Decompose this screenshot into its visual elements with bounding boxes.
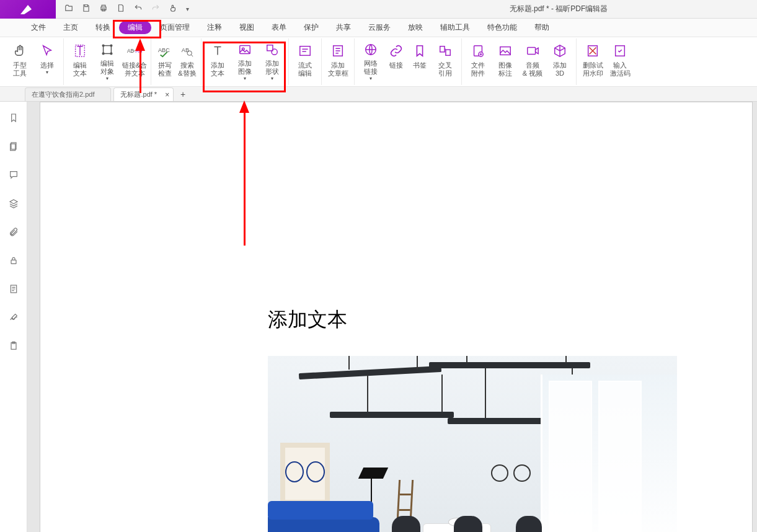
new-page-icon[interactable] — [117, 4, 125, 14]
tab-doc-2[interactable]: 无标题.pdf * × — [113, 87, 174, 101]
svg-text:AB: AB — [182, 47, 189, 53]
tool-search[interactable]: AB 搜索 &替换 — [176, 40, 198, 84]
tool-av[interactable]: 音频 & 视频 — [519, 40, 546, 84]
ribbon: 手型 工具 选择 ▾ 编辑 文本 编辑 对象 ▾ ABAB — [0, 37, 757, 87]
tool-flow-edit[interactable]: 流式 编辑 — [291, 40, 319, 84]
tool-watermark-label: 删除试 用水印 — [583, 61, 603, 78]
menu-page-mgmt[interactable]: 页面管理 — [151, 20, 198, 35]
menu-share[interactable]: 共享 — [327, 20, 360, 35]
tool-select-label: 选择 — [40, 61, 54, 69]
svg-rect-21 — [446, 50, 450, 55]
menu-form[interactable]: 表单 — [263, 20, 295, 35]
layers-panel-icon[interactable] — [9, 198, 19, 211]
edit-text-icon — [72, 43, 88, 59]
document-heading: 添加文本 — [268, 306, 347, 334]
qat-more-icon[interactable]: ▾ — [186, 6, 189, 12]
open-icon[interactable] — [64, 4, 73, 14]
select-icon — [39, 43, 55, 59]
svg-rect-17 — [300, 46, 311, 55]
add-shape-icon — [264, 43, 280, 57]
window-title: 无标题.pdf * - 福昕PDF编辑器 — [435, 4, 683, 14]
main-area: ▸ 添加文本 — [0, 102, 757, 532]
dropdown-icon: ▾ — [106, 76, 108, 81]
tool-flow-edit-label: 流式 编辑 — [298, 61, 312, 78]
fields-panel-icon[interactable] — [9, 284, 19, 296]
svg-rect-24 — [500, 47, 511, 55]
tool-activate[interactable]: 输入 激活码 — [606, 40, 634, 84]
tool-img-anno[interactable]: 图像 标注 — [492, 40, 519, 84]
edit-obj-icon — [99, 43, 115, 57]
menu-home[interactable]: 主页 — [55, 20, 87, 35]
menu-broadcast[interactable]: 放映 — [399, 20, 432, 35]
menu-view[interactable]: 视图 — [231, 20, 263, 35]
menu-help[interactable]: 帮助 — [526, 20, 558, 35]
svg-rect-25 — [528, 47, 536, 54]
dropdown-icon: ▾ — [271, 76, 273, 81]
signature-panel-icon[interactable] — [9, 313, 19, 325]
tool-add-shape[interactable]: 添加 形状 ▾ — [259, 40, 286, 84]
tool-crossref[interactable]: 交叉 引用 — [432, 40, 459, 84]
menu-feature[interactable]: 特色功能 — [479, 20, 526, 35]
clipboard-panel-icon[interactable] — [9, 341, 19, 353]
dropdown-icon: ▾ — [46, 69, 48, 75]
tool-add-3d[interactable]: 添加 3D — [546, 40, 573, 84]
comments-panel-icon[interactable] — [9, 170, 19, 182]
close-icon[interactable]: × — [165, 91, 169, 99]
tool-watermark[interactable]: 删除试 用水印 — [579, 40, 606, 84]
tool-select[interactable]: 选择 ▾ — [33, 40, 61, 84]
tool-article-label: 添加 文章框 — [328, 61, 348, 78]
tab-add-button[interactable]: + — [176, 87, 190, 101]
menu-protect[interactable]: 保护 — [295, 20, 327, 35]
tool-edit-text[interactable]: 编辑 文本 — [66, 40, 94, 84]
tool-add-text[interactable]: 添加 文本 — [204, 40, 231, 84]
svg-point-16 — [272, 49, 277, 55]
annotation-arrow-line-2 — [244, 110, 246, 246]
tool-link[interactable]: 链接 — [384, 40, 408, 84]
undo-icon[interactable] — [134, 4, 143, 14]
tool-attach-label: 文件 附件 — [471, 61, 485, 78]
weblink-icon — [363, 43, 379, 57]
annotation-arrow-line-1 — [139, 48, 141, 93]
menu-cloud[interactable]: 云服务 — [360, 20, 399, 35]
tool-hand-label: 手型 工具 — [13, 61, 27, 78]
touch-icon[interactable] — [169, 4, 177, 14]
tool-edit-obj[interactable]: 编辑 对象 ▾ — [94, 40, 121, 84]
article-icon — [330, 43, 346, 59]
tool-bookmark-label: 书签 — [413, 61, 427, 69]
tool-weblink-label: 网络 链接 — [364, 60, 378, 76]
save-icon[interactable] — [82, 4, 91, 14]
tool-spell[interactable]: ABC 拼写 检查 — [154, 40, 176, 84]
svg-text:AB: AB — [127, 48, 135, 54]
tool-add-image[interactable]: 添加 图像 ▾ — [231, 40, 259, 84]
hand-icon — [12, 43, 28, 59]
tool-link-join-label: 链接&合 并文本 — [122, 61, 147, 78]
tool-weblink[interactable]: 网络 链接 ▾ — [357, 40, 384, 84]
tool-add-text-label: 添加 文本 — [211, 61, 224, 78]
menu-edit[interactable]: 编辑 — [119, 21, 151, 34]
av-icon — [525, 43, 541, 59]
tool-bookmark[interactable]: 书签 — [408, 40, 432, 84]
svg-text:ABC: ABC — [158, 47, 170, 53]
dropdown-icon: ▾ — [370, 76, 372, 81]
menu-tools[interactable]: 辅助工具 — [432, 20, 479, 35]
redo-icon[interactable] — [151, 4, 160, 14]
pages-panel-icon[interactable] — [9, 141, 19, 154]
bookmark-panel-icon[interactable] — [9, 113, 19, 125]
print-icon[interactable] — [99, 4, 108, 14]
tab-doc-1[interactable]: 在遵守饮食指南2.pdf — [25, 87, 111, 101]
spell-icon: ABC — [157, 43, 173, 59]
menu-file[interactable]: 文件 — [22, 20, 55, 35]
security-panel-icon[interactable] — [9, 255, 19, 268]
menu-convert[interactable]: 转换 — [87, 20, 119, 35]
tool-attach[interactable]: 文件 附件 — [464, 40, 492, 84]
dropdown-icon: ▾ — [244, 76, 246, 81]
tool-hand[interactable]: 手型 工具 — [6, 40, 33, 84]
document-canvas[interactable]: 添加文本 — [27, 102, 757, 532]
attachments-panel-icon[interactable] — [9, 227, 19, 239]
activate-icon — [612, 43, 628, 59]
title-bar: ▾ 无标题.pdf * - 福昕PDF编辑器 — [0, 0, 757, 19]
tab-doc-2-label: 无标题.pdf * — [120, 90, 157, 99]
tool-article[interactable]: 添加 文章框 — [324, 40, 352, 84]
tool-link-label: 链接 — [389, 61, 403, 69]
menu-annotate[interactable]: 注释 — [198, 20, 231, 35]
